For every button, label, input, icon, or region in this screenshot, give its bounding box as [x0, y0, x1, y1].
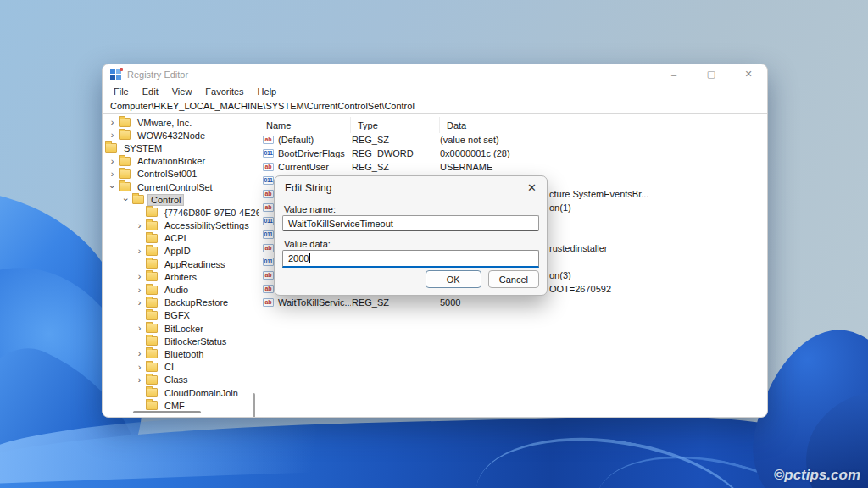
- menu-file[interactable]: File: [107, 85, 136, 98]
- chevron-icon[interactable]: ›: [134, 298, 145, 308]
- value-name-cell: (Default): [275, 135, 351, 145]
- registry-value-row[interactable]: 011BootDriverFlagsREG_DWORD0x0000001c (2…: [259, 147, 767, 160]
- tree-pane: ›VMware, Inc.›WOW6432NodeSYSTEM›Activati…: [103, 114, 259, 417]
- tree-item-activationbroker[interactable]: ›ActivationBroker: [107, 155, 259, 168]
- list-header: Name Type Data: [259, 117, 767, 133]
- tree-item-class[interactable]: ›Class: [134, 374, 259, 386]
- chevron-icon[interactable]: ›: [134, 286, 145, 295]
- tree-item-label: Class: [162, 374, 191, 385]
- value-name-cell: CurrentUser: [275, 162, 351, 172]
- value-name-cell: WaitToKillServic...: [275, 297, 351, 308]
- chevron-icon[interactable]: ›: [134, 375, 145, 385]
- cancel-button[interactable]: Cancel: [488, 270, 539, 288]
- tree-item-bitlockerstatus[interactable]: BitlockerStatus: [134, 335, 259, 347]
- tree-item-label: SYSTEM: [121, 143, 164, 153]
- column-header-name[interactable]: Name: [259, 117, 351, 133]
- chevron-icon[interactable]: ›: [107, 118, 118, 127]
- chevron-icon[interactable]: ›: [108, 181, 117, 192]
- tree-item-ci[interactable]: ›CI: [134, 361, 259, 374]
- chevron-icon[interactable]: ›: [134, 247, 145, 256]
- reg-sz-icon: ab: [263, 136, 274, 144]
- tree-item-label: ActivationBroker: [135, 156, 208, 166]
- tree-item-accessibilitysettings[interactable]: ›AccessibilitySettings: [134, 219, 259, 232]
- registry-editor-icon: [110, 69, 121, 80]
- window-title: Registry Editor: [127, 69, 188, 80]
- tree-item-vmware-inc-[interactable]: ›VMware, Inc.: [107, 116, 259, 129]
- tree-item-currentcontrolset[interactable]: ›CurrentControlSet: [107, 180, 259, 193]
- menu-view[interactable]: View: [165, 85, 199, 98]
- value-data-fragment: on(3): [549, 270, 571, 280]
- tree-item-controlset001[interactable]: ›ControlSet001: [107, 168, 259, 180]
- value-data-cell: (value not set): [440, 135, 767, 145]
- column-header-data[interactable]: Data: [440, 117, 767, 133]
- reg-sz-icon: ab: [263, 203, 274, 212]
- folder-icon: [119, 118, 131, 127]
- folder-icon: [146, 259, 158, 269]
- reg-dword-icon: 011: [263, 230, 274, 239]
- title-bar[interactable]: Registry Editor – ▢ ✕: [103, 64, 767, 84]
- chevron-icon[interactable]: ›: [134, 324, 145, 333]
- tree-item-bgfx[interactable]: BGFX: [134, 309, 259, 322]
- registry-value-row[interactable]: abWaitToKillServic...REG_SZ5000: [259, 296, 767, 309]
- value-type-cell: REG_DWORD: [351, 148, 440, 158]
- tree-vertical-scrollbar[interactable]: [253, 393, 255, 417]
- text-caret: [309, 253, 310, 263]
- chevron-icon[interactable]: ›: [121, 194, 131, 205]
- value-name-cell: BootDriverFlags: [275, 148, 351, 158]
- tree-item-label: BackupRestore: [162, 297, 231, 308]
- chevron-icon[interactable]: ›: [107, 157, 118, 166]
- folder-icon: [146, 298, 158, 308]
- tree-item-label: AppReadiness: [162, 259, 228, 269]
- chevron-icon[interactable]: ›: [134, 349, 145, 358]
- menu-edit[interactable]: Edit: [136, 85, 165, 98]
- tree-item-bluetooth[interactable]: ›Bluetooth: [134, 347, 259, 360]
- value-name-label: Value name:: [284, 204, 336, 214]
- address-bar[interactable]: Computer\HKEY_LOCAL_MACHINE\SYSTEM\Curre…: [103, 99, 767, 114]
- tree-item-label: CloudDomainJoin: [162, 388, 241, 398]
- maximize-button[interactable]: ▢: [693, 64, 730, 84]
- tree-item--7746d80f-97e0-4e26-95[interactable]: {7746D80F-97E0-4E26-95: [134, 206, 259, 219]
- folder-icon: [105, 143, 117, 152]
- tree-item-backuprestore[interactable]: ›BackupRestore: [134, 297, 259, 309]
- value-data-fragment: cture SystemEventsBr...: [549, 189, 648, 199]
- folder-icon: [119, 182, 131, 191]
- folder-icon: [146, 375, 158, 385]
- menu-help[interactable]: Help: [251, 85, 284, 98]
- value-name-field[interactable]: WaitToKillServiceTimeout: [282, 215, 539, 231]
- value-data-fragment: OOT=2670592: [549, 284, 611, 294]
- chevron-icon[interactable]: ›: [134, 221, 145, 230]
- tree-item-appid[interactable]: ›AppID: [134, 245, 259, 258]
- value-data-field[interactable]: 2000: [282, 250, 539, 268]
- chevron-icon[interactable]: ›: [134, 363, 145, 372]
- tree-item-arbiters[interactable]: ›Arbiters: [134, 270, 259, 283]
- tree-item-acpi[interactable]: ACPI: [134, 232, 259, 245]
- value-type-cell: REG_SZ: [351, 162, 440, 172]
- menu-favorites[interactable]: Favorites: [198, 85, 250, 98]
- tree-item-clouddomainjoin[interactable]: CloudDomainJoin: [134, 386, 259, 399]
- tree-item-label: Arbiters: [162, 272, 199, 282]
- tree-horizontal-scrollbar[interactable]: [133, 411, 201, 413]
- tree-item-control[interactable]: ›Control: [120, 193, 259, 206]
- chevron-icon[interactable]: ›: [107, 169, 118, 179]
- registry-value-row[interactable]: abCurrentUserREG_SZUSERNAME: [259, 160, 767, 174]
- reg-sz-icon: ab: [263, 244, 274, 252]
- tree-item-wow6432node[interactable]: ›WOW6432Node: [107, 129, 259, 141]
- dialog-close-icon[interactable]: ✕: [527, 181, 537, 194]
- chevron-icon[interactable]: ›: [107, 130, 118, 140]
- ok-button[interactable]: OK: [426, 270, 481, 288]
- folder-icon: [146, 208, 158, 217]
- column-header-type[interactable]: Type: [351, 117, 440, 133]
- tree-item-bitlocker[interactable]: ›BitLocker: [134, 322, 259, 335]
- menu-bar: File Edit View Favorites Help: [103, 84, 767, 99]
- minimize-button[interactable]: –: [655, 64, 693, 84]
- tree-item-audio[interactable]: ›Audio: [134, 283, 259, 296]
- value-data-fragment: on(1): [549, 202, 571, 213]
- registry-value-row[interactable]: ab(Default)REG_SZ(value not set): [259, 133, 767, 147]
- tree-item-appreadiness[interactable]: AppReadiness: [134, 258, 259, 270]
- tree-item-label: VMware, Inc.: [135, 118, 194, 128]
- tree-item-system[interactable]: SYSTEM: [103, 141, 259, 154]
- close-button[interactable]: ✕: [730, 64, 767, 84]
- reg-dword-icon: 011: [263, 176, 274, 185]
- folder-icon: [146, 349, 158, 358]
- chevron-icon[interactable]: ›: [134, 272, 145, 281]
